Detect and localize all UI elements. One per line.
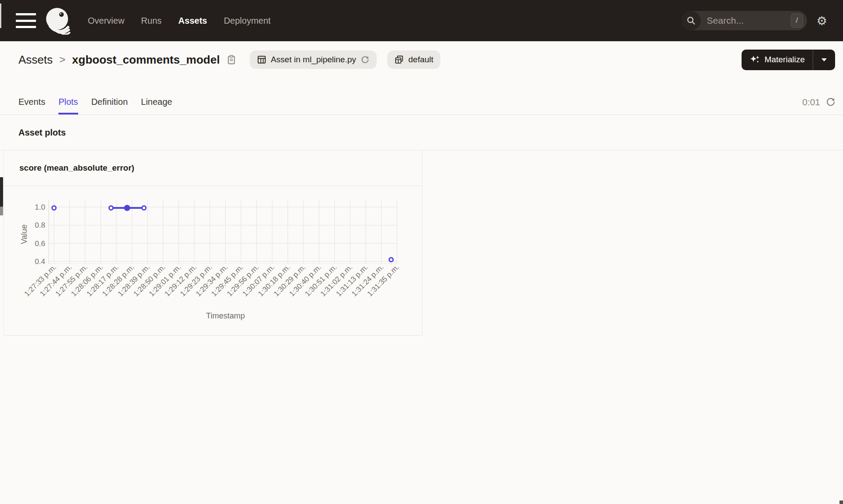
nav-item-deployment[interactable]: Deployment: [224, 16, 271, 26]
tab-lineage-label: Lineage: [141, 97, 172, 107]
tab-events[interactable]: Events: [18, 89, 45, 114]
nav-right-group: / ⚙: [681, 11, 827, 30]
search-box[interactable]: /: [681, 11, 807, 30]
reload-icon[interactable]: [825, 97, 836, 107]
reload-icon[interactable]: [360, 55, 370, 64]
plot-card-title: score (mean_absolute_error): [19, 163, 134, 173]
asset-plots-section-header: Asset plots: [0, 115, 843, 150]
materialize-button-group: Materialize: [742, 50, 835, 70]
top-navigation-bar: Overview Runs Assets Deployment / ⚙: [0, 0, 843, 41]
tab-definition-label: Definition: [91, 97, 128, 107]
asset-badges: Asset in ml_pipeline.py default: [250, 50, 440, 69]
window-edge-dark-strip: [0, 177, 3, 207]
window-edge-gray-strip: [0, 207, 3, 215]
refresh-timer-group: 0:01: [802, 97, 836, 107]
svg-text:0.4: 0.4: [35, 257, 45, 266]
search-input[interactable]: [706, 15, 774, 26]
search-icon: [686, 16, 696, 25]
dagster-logo[interactable]: [44, 7, 72, 35]
materialize-button-label: Materialize: [764, 55, 805, 64]
window-edge-sliver: [0, 4, 1, 28]
tab-plots-label: Plots: [58, 97, 78, 107]
breadcrumb-separator: >: [59, 54, 65, 66]
table-icon: [257, 55, 267, 64]
tab-plots[interactable]: Plots: [58, 89, 78, 114]
nav-item-runs[interactable]: Runs: [141, 16, 162, 26]
svg-text:0.6: 0.6: [35, 239, 45, 248]
caret-down-icon: [821, 58, 827, 61]
svg-text:Timestamp: Timestamp: [206, 311, 245, 320]
tab-lineage[interactable]: Lineage: [141, 89, 172, 114]
dagster-asset-page: Overview Runs Assets Deployment / ⚙ Asse…: [0, 0, 843, 504]
svg-text:0.8: 0.8: [35, 221, 45, 229]
plot-card: score (mean_absolute_error) 1.00.80.60.4…: [4, 150, 422, 336]
asset-header: Assets > xgboost_comments_model Asset in…: [0, 41, 843, 78]
tab-events-label: Events: [18, 97, 45, 107]
asset-group-badge-label: default: [408, 55, 433, 64]
materialize-dropdown-button[interactable]: [813, 50, 835, 70]
svg-text:1.0: 1.0: [35, 203, 45, 211]
page-title: xgboost_comments_model: [72, 53, 220, 67]
clipboard-copy-icon[interactable]: [226, 54, 237, 65]
search-icon-circle: [681, 11, 701, 30]
section-title: Asset plots: [18, 128, 66, 138]
tab-definition[interactable]: Definition: [91, 89, 128, 114]
asset-tabs: Events Plots Definition Lineage 0:01: [0, 89, 843, 115]
asset-plot-chart: 1.00.80.60.41:27:33 p.m.1:27:44 p.m.1:27…: [4, 186, 423, 336]
asset-group-badge[interactable]: default: [387, 50, 440, 69]
breadcrumb-assets-link[interactable]: Assets: [18, 53, 53, 67]
plot-card-title-row: score (mean_absolute_error): [4, 150, 422, 186]
refresh-timer: 0:01: [802, 97, 820, 107]
nav-item-assets[interactable]: Assets: [178, 16, 207, 26]
svg-text:Value: Value: [20, 225, 29, 244]
search-shortcut-key: /: [791, 14, 803, 28]
materialize-button[interactable]: Materialize: [742, 50, 813, 70]
chart-container: 1.00.80.60.41:27:33 p.m.1:27:44 p.m.1:27…: [4, 186, 423, 336]
primary-nav-links: Overview Runs Assets Deployment: [88, 16, 270, 26]
asset-definition-badge-label: Asset in ml_pipeline.py: [271, 55, 356, 64]
hamburger-menu-icon[interactable]: [16, 13, 36, 28]
table-stack-icon: [394, 55, 404, 64]
nav-item-overview[interactable]: Overview: [88, 16, 124, 26]
sparkles-icon: [749, 54, 760, 65]
window-corner-resize-handle: [839, 500, 843, 504]
gear-icon[interactable]: ⚙: [817, 15, 827, 27]
asset-definition-badge[interactable]: Asset in ml_pipeline.py: [250, 50, 377, 69]
